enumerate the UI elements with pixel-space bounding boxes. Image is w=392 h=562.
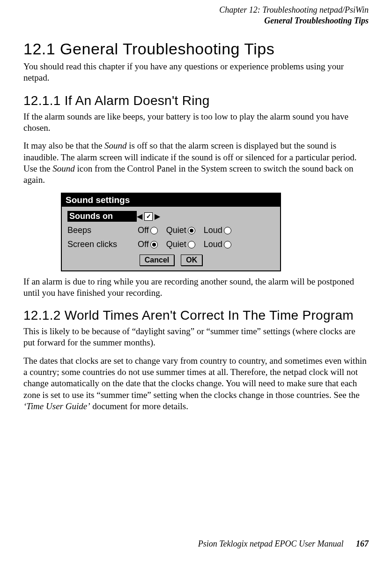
opt-label: Off [138, 240, 149, 249]
page-number: 167 [356, 539, 369, 548]
row-clicks: Screen clicks Off Quiet Loud [67, 238, 274, 252]
opt-label: Loud [204, 240, 222, 249]
radio-icon [150, 241, 158, 248]
dialog-body: Sounds on ◀ ✓ ▶ Beeps Off Quiet Loud Scr… [62, 207, 280, 270]
opt-label: Loud [204, 225, 222, 235]
sounds-on-arrows: ◀ ✓ ▶ [137, 212, 172, 221]
row-sounds-on: Sounds on ◀ ✓ ▶ [67, 210, 274, 224]
page-header: Chapter 12: Troubleshooting netpad/PsiWi… [23, 5, 369, 26]
radio-icon [224, 241, 231, 248]
radio-icon [188, 227, 195, 234]
opt-label: Quiet [166, 225, 186, 235]
dialog-buttons: Cancel OK [67, 252, 274, 266]
row-beeps: Beeps Off Quiet Loud [67, 224, 274, 238]
radio-icon [224, 227, 231, 234]
beeps-options: Off Quiet Loud [138, 225, 274, 235]
header-section: General Troubleshooting Tips [23, 15, 369, 26]
heading-12-1-2: 12.1.2 World Times Aren't Correct In The… [23, 308, 369, 323]
dialog-title: Sound settings [62, 194, 280, 207]
sound-settings-dialog: Sound settings Sounds on ◀ ✓ ▶ Beeps Off… [61, 193, 281, 271]
text-frag: document for more details. [90, 401, 188, 411]
sounds-on-checkbox[interactable]: ✓ [144, 212, 153, 221]
opt-label: Quiet [166, 240, 186, 249]
radio-icon [188, 241, 195, 248]
para-12-1-intro: You should read this chapter if you have… [23, 61, 369, 84]
beeps-label: Beeps [67, 225, 138, 235]
text-italic: Sound [52, 164, 75, 173]
clicks-options: Off Quiet Loud [138, 240, 274, 249]
heading-12-1-1: 12.1.1 If An Alarm Doesn't Ring [23, 93, 369, 108]
text-frag: It may also be that the [23, 141, 104, 150]
para-12-1-2-a: This is likely to be because of “dayligh… [23, 326, 369, 349]
radio-icon [150, 227, 158, 234]
arrow-left-icon[interactable]: ◀ [137, 212, 142, 221]
clicks-loud[interactable]: Loud [204, 240, 231, 249]
beeps-loud[interactable]: Loud [204, 225, 231, 235]
text-frag: The dates that clocks are set to change … [23, 356, 367, 400]
clicks-label: Screen clicks [67, 240, 138, 249]
footer-text: Psion Teklogix netpad EPOC User Manual [198, 539, 344, 548]
heading-12-1: 12.1 General Troubleshooting Tips [23, 40, 369, 58]
para-12-1-2-b: The dates that clocks are set to change … [23, 355, 369, 412]
arrow-right-icon[interactable]: ▶ [155, 212, 160, 221]
clicks-off[interactable]: Off [138, 240, 158, 249]
para-12-1-1-a: If the alarm sounds are like beeps, your… [23, 111, 369, 134]
para-12-1-1-c: If an alarm is due to ring while you are… [23, 276, 369, 299]
page-footer: Psion Teklogix netpad EPOC User Manual 1… [198, 539, 369, 549]
header-chapter: Chapter 12: Troubleshooting netpad/PsiWi… [23, 5, 369, 15]
opt-label: Off [138, 225, 149, 235]
text-italic: ‘Time User Guide’ [23, 401, 90, 411]
cancel-button[interactable]: Cancel [140, 255, 174, 266]
beeps-quiet[interactable]: Quiet [166, 225, 195, 235]
sounds-on-label[interactable]: Sounds on [67, 211, 137, 222]
ok-button[interactable]: OK [181, 255, 202, 266]
clicks-quiet[interactable]: Quiet [166, 240, 195, 249]
text-italic: Sound [104, 141, 127, 150]
beeps-off[interactable]: Off [138, 225, 158, 235]
para-12-1-1-b: It may also be that the Sound is off so … [23, 140, 369, 186]
